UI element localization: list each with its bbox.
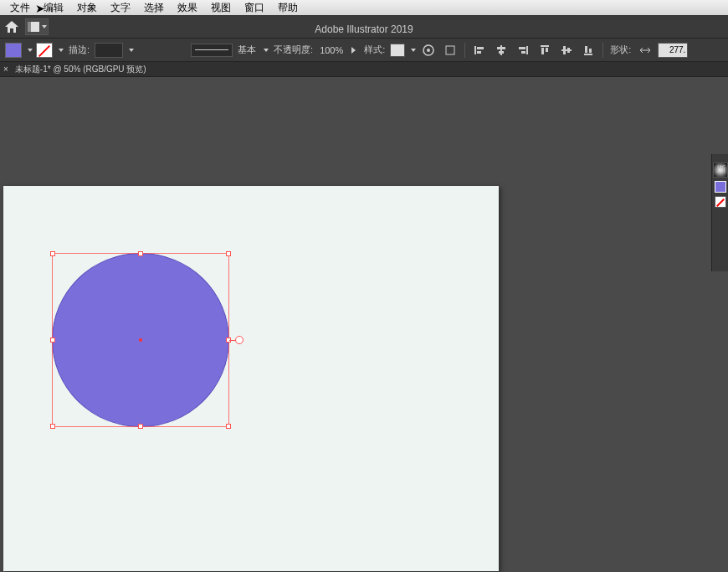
resize-handle-tl[interactable] (50, 251, 55, 256)
align-right-icon[interactable] (514, 42, 532, 59)
gradient-thumb-icon[interactable] (713, 162, 728, 178)
align-bottom-icon[interactable] (579, 42, 597, 59)
svg-rect-1 (28, 22, 31, 32)
align-center-h-icon[interactable] (492, 42, 510, 59)
svg-rect-16 (546, 48, 548, 52)
resize-handle-bm[interactable] (138, 424, 143, 429)
document-setup-icon[interactable] (441, 42, 459, 59)
graphic-style-swatch[interactable] (390, 44, 405, 57)
close-tab-icon[interactable]: × (3, 64, 8, 74)
top-toolbar: Adobe Illustrator 2019 (0, 15, 728, 39)
svg-rect-22 (589, 49, 592, 53)
chevron-down-icon[interactable] (129, 49, 134, 52)
chevron-down-icon[interactable] (59, 49, 64, 52)
stroke-swatch[interactable] (36, 43, 53, 58)
workspace-layout-button[interactable] (25, 18, 49, 35)
menu-text[interactable]: 文字 (104, 1, 137, 15)
svg-rect-12 (519, 47, 525, 49)
svg-rect-9 (497, 47, 505, 49)
center-point[interactable] (139, 338, 142, 342)
svg-rect-7 (477, 51, 481, 54)
svg-rect-15 (541, 48, 544, 54)
gradient-panel-tab[interactable]: 渐 (712, 154, 728, 161)
resize-handle-bl[interactable] (50, 424, 55, 429)
menu-file[interactable]: 文件 (3, 1, 37, 15)
chevron-down-icon[interactable] (28, 49, 33, 52)
menu-select[interactable]: 选择 (137, 1, 171, 15)
opacity-arrow-icon[interactable] (351, 47, 356, 54)
resize-handle-ml[interactable] (50, 338, 55, 343)
divider (602, 43, 603, 58)
stroke-weight-input[interactable] (95, 43, 123, 58)
home-icon[interactable] (5, 21, 18, 33)
shape-width-input[interactable] (658, 43, 688, 58)
panel-fill-swatch[interactable] (715, 181, 726, 193)
shape-width-icon[interactable] (636, 42, 654, 59)
svg-rect-20 (584, 54, 592, 55)
menu-view[interactable]: 视图 (204, 1, 238, 15)
chevron-down-icon[interactable] (264, 49, 269, 52)
style-label: 样式: (364, 44, 385, 56)
svg-rect-13 (521, 51, 525, 54)
resize-handle-br[interactable] (226, 424, 231, 429)
control-bar: 描边: 基本 不透明度: 100% 样式: 形状: (0, 39, 728, 62)
document-tab-bar: × 未标题-1* @ 50% (RGB/GPU 预览) (0, 62, 728, 77)
opacity-label: 不透明度: (274, 44, 313, 56)
svg-rect-6 (477, 47, 484, 49)
recolor-icon[interactable] (419, 42, 438, 59)
menu-edit[interactable]: 编辑 (37, 1, 70, 15)
document-tab-title[interactable]: 未标题-1* @ 50% (RGB/GPU 预览) (12, 64, 150, 75)
menu-help[interactable]: 帮助 (271, 1, 305, 15)
align-top-icon[interactable] (536, 42, 554, 59)
chevron-down-icon (42, 25, 47, 28)
shape-label: 形状: (610, 44, 631, 56)
rotate-handle[interactable] (235, 336, 244, 344)
selection-bounding-box[interactable] (52, 253, 229, 427)
menu-bar: 文件 编辑 对象 文字 选择 效果 视图 窗口 帮助 ➤ (0, 0, 728, 15)
svg-rect-11 (526, 46, 528, 54)
align-left-icon[interactable] (470, 42, 489, 59)
svg-rect-14 (541, 45, 549, 47)
panel-stroke-swatch[interactable] (715, 196, 726, 208)
svg-rect-5 (474, 46, 476, 54)
chevron-down-icon[interactable] (411, 49, 416, 52)
resize-handle-tm[interactable] (138, 251, 143, 256)
artboard[interactable] (3, 186, 499, 571)
opacity-value[interactable]: 100% (320, 45, 343, 55)
svg-rect-4 (446, 46, 454, 54)
app-title: Adobe Illustrator 2019 (315, 23, 413, 35)
svg-point-3 (427, 49, 430, 52)
stroke-profile-label: 基本 (238, 44, 256, 56)
stroke-label: 描边: (69, 44, 90, 56)
svg-rect-21 (585, 46, 587, 53)
align-center-v-icon[interactable] (557, 42, 576, 59)
divider (464, 43, 465, 58)
menu-object[interactable]: 对象 (70, 1, 104, 15)
workspace[interactable]: 渐 (0, 77, 728, 572)
menu-effect[interactable]: 效果 (171, 1, 204, 15)
resize-handle-tr[interactable] (226, 251, 231, 256)
svg-rect-19 (567, 48, 570, 53)
svg-rect-17 (561, 49, 572, 51)
svg-rect-10 (499, 51, 504, 54)
svg-rect-8 (500, 45, 502, 55)
side-panel: 渐 (711, 154, 728, 271)
fill-swatch[interactable] (5, 43, 22, 58)
svg-rect-18 (563, 46, 566, 54)
menu-window[interactable]: 窗口 (238, 1, 271, 15)
stroke-profile[interactable] (191, 44, 233, 57)
